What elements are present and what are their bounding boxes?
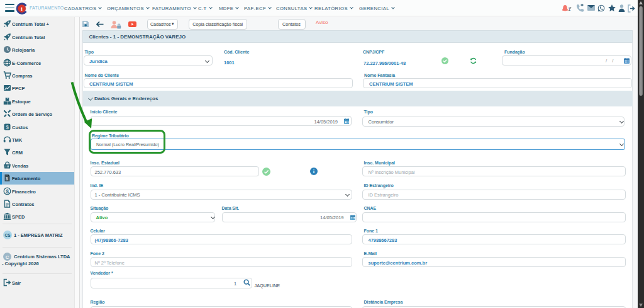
svg-text:$: $ <box>6 188 9 194</box>
svg-text:$: $ <box>6 123 9 130</box>
svg-text:CS: CS <box>4 232 11 237</box>
svg-text:1: 1 <box>568 6 571 12</box>
svg-text:$: $ <box>6 176 8 181</box>
svg-text:C: C <box>6 254 9 260</box>
